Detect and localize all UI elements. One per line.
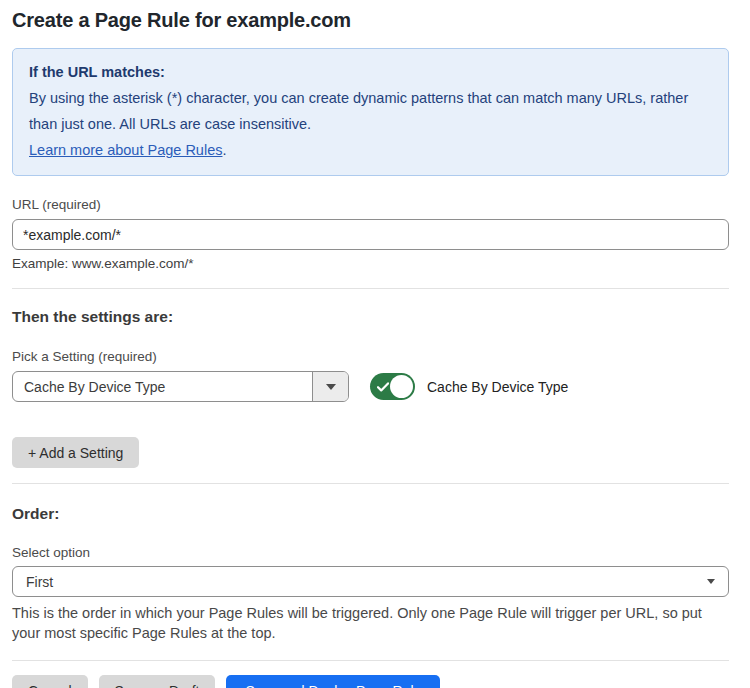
- divider: [12, 288, 729, 289]
- callout-heading: If the URL matches:: [29, 59, 712, 85]
- url-input[interactable]: [12, 219, 729, 250]
- order-helper-text: This is the order in which your Page Rul…: [12, 603, 729, 643]
- learn-more-link[interactable]: Learn more about Page Rules: [29, 142, 222, 158]
- toggle-label: Cache By Device Type: [427, 379, 568, 395]
- callout-body: By using the asterisk (*) character, you…: [29, 85, 712, 137]
- form-actions: Cancel Save as Draft Save and Deploy Pag…: [12, 675, 729, 688]
- setting-select-value: Cache By Device Type: [24, 379, 165, 395]
- add-setting-button[interactable]: + Add a Setting: [12, 437, 139, 468]
- url-example-helper: Example: www.example.com/*: [12, 256, 729, 271]
- order-select-label: Select option: [12, 545, 729, 560]
- save-draft-button[interactable]: Save as Draft: [99, 675, 216, 688]
- url-field-label: URL (required): [12, 197, 729, 212]
- cancel-button[interactable]: Cancel: [12, 675, 88, 688]
- order-section-heading: Order:: [12, 505, 729, 523]
- toggle-knob: [390, 375, 413, 398]
- page-rule-form: Create a Page Rule for example.com If th…: [0, 0, 750, 688]
- settings-section-heading: Then the settings are:: [12, 308, 729, 326]
- order-select-value: First: [26, 574, 53, 590]
- setting-row: Cache By Device Type Cache By Device Typ…: [12, 371, 729, 402]
- setting-select[interactable]: Cache By Device Type: [12, 371, 349, 402]
- divider: [12, 483, 729, 484]
- dropdown-arrow-button[interactable]: [312, 372, 348, 401]
- page-title: Create a Page Rule for example.com: [12, 9, 729, 32]
- divider: [12, 660, 729, 661]
- link-suffix: .: [222, 142, 226, 158]
- cache-by-device-type-toggle[interactable]: [370, 373, 415, 400]
- chevron-down-icon: [707, 579, 715, 584]
- url-match-callout: If the URL matches: By using the asteris…: [12, 48, 729, 176]
- chevron-down-icon: [326, 384, 336, 390]
- checkmark-icon: [377, 382, 389, 392]
- order-select[interactable]: First: [12, 566, 729, 597]
- pick-setting-label: Pick a Setting (required): [12, 349, 729, 364]
- save-deploy-button[interactable]: Save and Deploy Page Rule: [226, 675, 440, 688]
- callout-link-line: Learn more about Page Rules.: [29, 137, 712, 163]
